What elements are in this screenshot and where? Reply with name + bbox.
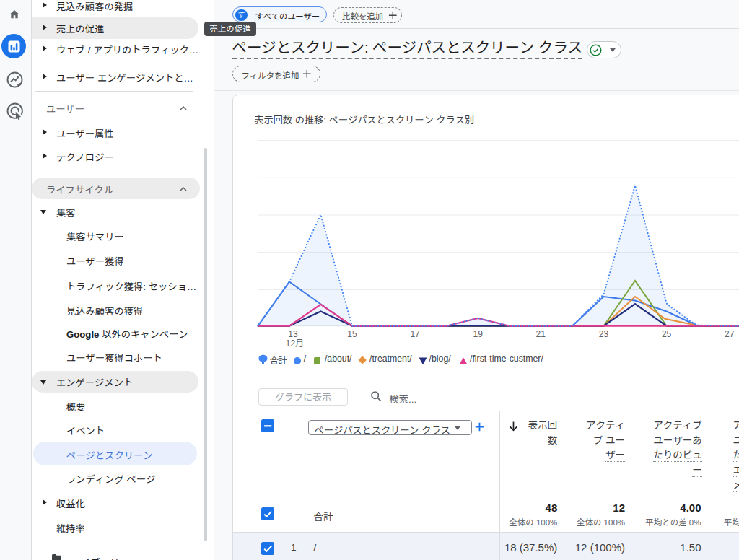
svg-text:21: 21 xyxy=(536,329,546,339)
svg-text:27: 27 xyxy=(725,329,735,339)
svg-text:12月: 12月 xyxy=(286,338,304,349)
svg-text:15: 15 xyxy=(347,329,357,339)
svg-text:25: 25 xyxy=(662,329,672,339)
svg-text:23: 23 xyxy=(599,329,609,339)
svg-text:13: 13 xyxy=(288,329,298,339)
svg-text:17: 17 xyxy=(410,329,420,339)
svg-text:19: 19 xyxy=(473,329,484,339)
